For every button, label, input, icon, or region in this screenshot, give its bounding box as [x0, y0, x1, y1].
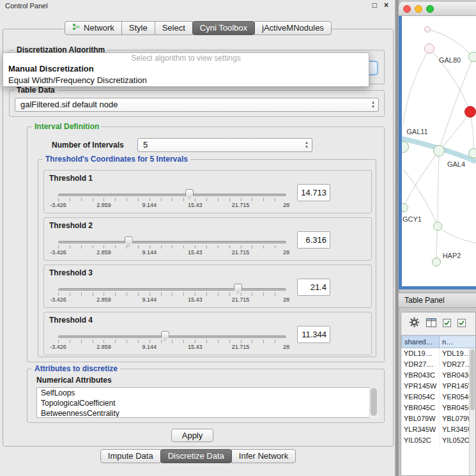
- top-tab-bar: Network Style Select Cyni Toolbox jActiv…: [0, 21, 396, 35]
- cell-shared-name: YBR043C: [401, 370, 440, 381]
- table-data-select[interactable]: galFiltered.sif default node ▲▼: [15, 98, 379, 112]
- network-canvas[interactable]: GAL80GAL11GAL4GCY1HAP2: [402, 16, 476, 286]
- tab-jactivemnodules[interactable]: jActiveMNodules: [254, 21, 332, 35]
- table-row[interactable]: YER054CYER054C: [401, 392, 470, 403]
- tab-infer-network[interactable]: Infer Network: [231, 449, 296, 463]
- tick-label: 15.43: [188, 249, 203, 256]
- table-row[interactable]: YPR145WYPR145W: [401, 381, 470, 392]
- group-title: Threshold's Coordinates for 5 Intervals: [43, 155, 190, 164]
- dropdown-option-manual-discretization[interactable]: Manual Discretization: [3, 63, 369, 75]
- cell-shared-name: YPR145W: [401, 381, 440, 392]
- cell-name: YDL19…: [440, 348, 470, 359]
- tick-label: 28: [283, 344, 289, 350]
- close-traffic-light-icon[interactable]: [403, 5, 411, 13]
- tick-label: 21.715: [232, 296, 250, 303]
- cell-name: YIL052C: [440, 435, 470, 446]
- network-node[interactable]: [468, 148, 476, 158]
- thresholds-group: Threshold's Coordinates for 5 Intervals …: [38, 159, 376, 357]
- cell-shared-name: YDR27…: [401, 359, 440, 370]
- threshold-1-value-field[interactable]: 14.713: [297, 184, 330, 201]
- tab-select[interactable]: Select: [155, 21, 193, 35]
- slider-track[interactable]: [58, 335, 286, 338]
- minimize-traffic-light-icon[interactable]: [415, 5, 422, 13]
- columns-icon[interactable]: [426, 318, 436, 330]
- table-header-row: shared… n…: [401, 335, 476, 348]
- network-node[interactable]: [424, 43, 434, 54]
- cell-shared-name: YBR045C: [401, 403, 440, 413]
- column-header-name[interactable]: n…: [440, 335, 476, 348]
- table-row[interactable]: YBR043CYBR043C: [401, 370, 470, 381]
- slider-track[interactable]: [58, 241, 286, 243]
- threshold-3-slider[interactable]: -3.4262.8599.14415.4321.71528: [58, 288, 286, 303]
- threshold-label: Threshold 1: [49, 174, 93, 183]
- tab-discretize-data[interactable]: Discretize Data: [160, 449, 232, 463]
- threshold-3-panel: Threshold 3 -3.4262.8599.14415.4321.7152…: [43, 265, 372, 308]
- slider-ticks: [58, 245, 286, 249]
- tick-label: 15.43: [188, 202, 203, 208]
- combo-stepper-icon[interactable]: ▲▼: [305, 141, 309, 150]
- tab-label: jActiveMNodules: [262, 22, 324, 35]
- select-none-checkbox-icon[interactable]: [457, 318, 466, 330]
- attributes-scrollbar[interactable]: [369, 387, 378, 418]
- cell-name: YLR345W: [440, 424, 470, 435]
- network-node[interactable]: [433, 145, 445, 157]
- table-scrollbar[interactable]: [469, 348, 475, 475]
- table-panel-window: shared… n… YDL19…YDL19…YDR27…YDR27…YBR04…: [401, 312, 476, 476]
- network-node[interactable]: [432, 257, 441, 266]
- combo-stepper-icon[interactable]: ▲▼: [371, 100, 375, 109]
- table-row[interactable]: YIL052CYIL052C: [401, 435, 470, 446]
- threshold-3-value-field[interactable]: 21.4: [297, 279, 330, 296]
- tab-label: Network: [84, 22, 114, 35]
- table-panel-header[interactable]: Table Panel: [399, 293, 476, 308]
- tab-impute-data[interactable]: Impute Data: [100, 449, 161, 463]
- network-node[interactable]: [433, 222, 442, 231]
- network-node[interactable]: [424, 26, 431, 33]
- number-of-intervals-select[interactable]: 5 ▲▼: [137, 138, 312, 152]
- control-panel-titlebar[interactable]: Control Panel □ ×: [0, 0, 396, 12]
- tab-network[interactable]: Network: [65, 21, 122, 35]
- attribute-list-item[interactable]: SelfLoops: [37, 388, 377, 398]
- tab-label: Discretize Data: [168, 450, 224, 463]
- zoom-traffic-light-icon[interactable]: [426, 5, 434, 13]
- network-window-titlebar[interactable]: [399, 2, 476, 16]
- table-row[interactable]: YDL19…YDL19…: [401, 348, 470, 359]
- cell-shared-name: YLR345W: [401, 424, 440, 435]
- network-node[interactable]: [464, 106, 476, 118]
- gear-icon[interactable]: [409, 317, 420, 330]
- apply-button[interactable]: Apply: [171, 429, 213, 442]
- slider-tick-labels: -3.4262.8599.14415.4321.71528: [58, 296, 286, 303]
- threshold-2-slider[interactable]: -3.4262.8599.14415.4321.71528: [58, 241, 286, 256]
- slider-tick-labels: -3.4262.8599.14415.4321.71528: [58, 344, 286, 351]
- table-row[interactable]: YBR045CYBR045C: [401, 403, 470, 413]
- tick-label: -3.426: [50, 296, 66, 303]
- cell-shared-name: YIL052C: [401, 435, 440, 446]
- slider-tick-labels: -3.4262.8599.14415.4321.71528: [58, 202, 286, 209]
- tick-label: 9.144: [142, 344, 157, 350]
- tab-style[interactable]: Style: [121, 21, 155, 35]
- close-icon[interactable]: ×: [384, 1, 388, 10]
- threshold-2-value-field[interactable]: 6.316: [297, 231, 330, 249]
- network-node[interactable]: [468, 52, 476, 62]
- node-label: GAL4: [447, 160, 465, 168]
- slider-track[interactable]: [58, 194, 286, 196]
- group-title: Attributes to discretize: [32, 364, 120, 373]
- attribute-list-item[interactable]: TopologicalCoefficient: [37, 398, 377, 408]
- numerical-attributes-list[interactable]: SelfLoopsTopologicalCoefficientBetweenne…: [36, 387, 378, 418]
- numerical-attributes-label: Numerical Attributes: [36, 376, 112, 385]
- attribute-list-item[interactable]: BetweennessCentrality: [37, 408, 377, 418]
- dropdown-option-equal-width-frequency[interactable]: Equal Width/Frequency Discretization: [3, 75, 369, 86]
- slider-track[interactable]: [58, 288, 286, 291]
- scrollbar-thumb[interactable]: [470, 349, 475, 410]
- table-row[interactable]: YDR27…YDR27…: [401, 359, 470, 370]
- threshold-1-slider[interactable]: -3.4262.8599.14415.4321.71528: [58, 194, 286, 209]
- table-row[interactable]: YBL079WYBL079W: [401, 413, 470, 424]
- node-label: GCY1: [403, 215, 422, 223]
- scrollbar-thumb[interactable]: [371, 388, 377, 416]
- select-all-checkbox-icon[interactable]: [443, 318, 451, 330]
- table-row[interactable]: YLR345WYLR345W: [401, 424, 470, 435]
- column-header-shared-name[interactable]: shared…: [401, 335, 440, 348]
- threshold-4-value-field[interactable]: 11.344: [297, 326, 330, 343]
- float-window-icon[interactable]: □: [372, 1, 377, 10]
- tab-cyni-toolbox[interactable]: Cyni Toolbox: [192, 21, 255, 35]
- threshold-4-slider[interactable]: -3.4262.8599.14415.4321.71528: [58, 335, 286, 351]
